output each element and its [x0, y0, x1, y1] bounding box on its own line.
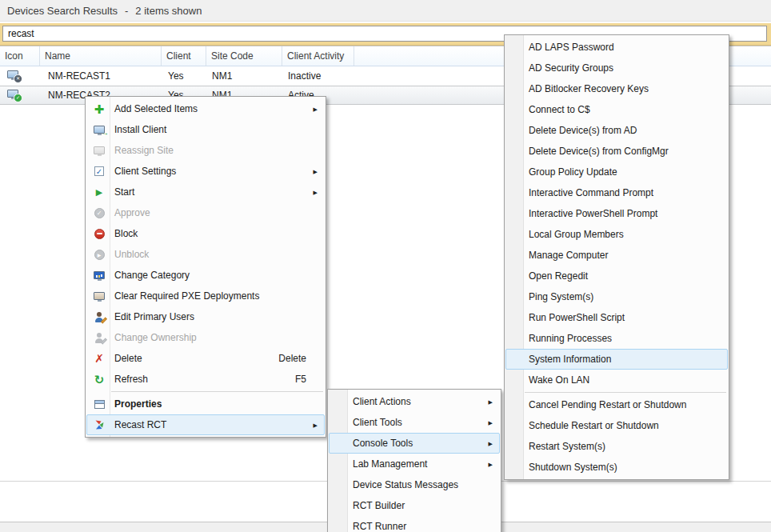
menu-item-refresh[interactable]: ↻RefreshF5: [86, 369, 325, 390]
menu-item-label: Refresh: [111, 374, 148, 385]
refresh-icon: ↻: [87, 374, 111, 386]
menu-item-label: Manage Computer: [525, 250, 608, 261]
column-header-site-code[interactable]: Site Code: [206, 46, 282, 66]
column-header-client-activity[interactable]: Client Activity: [282, 46, 354, 66]
menu-item-label: Delete: [111, 353, 142, 364]
menu-item-label: Open Regedit: [525, 270, 588, 282]
menu-item-label: Delete Device(s) from AD: [525, 125, 637, 136]
menu-item-label: Client Settings: [111, 166, 176, 177]
menu-item-ad-security-groups[interactable]: AD Security Groups: [505, 58, 728, 78]
submenu-arrow-icon: ▶: [314, 169, 318, 174]
menu-item-label: Interactive Command Prompt: [525, 187, 653, 198]
menu-item-label: Device Status Messages: [350, 479, 458, 490]
menu-item-client-settings[interactable]: ✓Client Settings▶: [86, 161, 325, 182]
menu-item-properties[interactable]: Properties: [86, 394, 325, 414]
menu-item-rct-builder[interactable]: RCT Builder: [329, 495, 500, 516]
menu-item-ad-bitlocker-recovery-keys[interactable]: AD Bitlocker Recovery Keys: [505, 78, 728, 99]
title-separator: -: [125, 5, 128, 17]
clear-pxe-icon: [87, 292, 111, 300]
menu-item-clear-required-pxe-deployments[interactable]: Clear Required PXE Deployments: [86, 286, 325, 306]
menu-item-edit-primary-users[interactable]: Edit Primary Users: [86, 306, 325, 327]
menu-item-connect-to-c[interactable]: Connect to C$: [505, 99, 728, 120]
menu-item-label: Client Tools: [350, 417, 402, 428]
device-name: NM-RECAST1: [40, 70, 162, 82]
column-header-client[interactable]: Client: [162, 46, 206, 66]
menu-item-interactive-command-prompt[interactable]: Interactive Command Prompt: [505, 182, 728, 203]
menu-item-label: Shutdown System(s): [525, 462, 617, 473]
device-site-code: NM1: [206, 70, 282, 82]
menu-item-schedule-restart-or-shutdown[interactable]: Schedule Restart or Shutdown: [505, 415, 728, 436]
submenu-arrow-icon: ▶: [314, 422, 318, 428]
approve-icon: ✓: [87, 208, 111, 218]
menu-item-label: RCT Builder: [350, 500, 405, 511]
menu-item-label: Install Client: [111, 124, 166, 135]
menu-item-lab-management[interactable]: Lab Management▶: [329, 454, 500, 474]
menu-item-label: Running Processes: [525, 333, 612, 344]
menu-item-label: Clear Required PXE Deployments: [111, 290, 259, 302]
recast-rct-submenu: Client Actions▶Client Tools▶Console Tool…: [327, 389, 501, 532]
menu-item-label: Ping System(s): [525, 291, 593, 302]
delete-icon: ✗: [87, 353, 111, 364]
menu-item-reassign-site[interactable]: Reassign Site: [86, 140, 325, 161]
reassign-site-icon: [87, 146, 111, 154]
block-icon: [87, 229, 111, 239]
menu-item-rct-runner[interactable]: RCT Runner: [329, 516, 500, 532]
submenu-arrow-icon: ▶: [489, 399, 493, 405]
menu-item-delete-device-s-from-configmgr[interactable]: Delete Device(s) from ConfigMgr: [505, 141, 728, 162]
add-plus-icon: ✚: [87, 103, 111, 115]
menu-item-approve[interactable]: ✓Approve: [86, 202, 325, 223]
column-header-icon[interactable]: Icon: [0, 46, 40, 66]
menu-item-change-category[interactable]: Change Category: [86, 265, 325, 286]
menu-item-restart-system-s[interactable]: Restart System(s): [505, 436, 728, 457]
menu-item-client-actions[interactable]: Client Actions▶: [329, 391, 500, 412]
change-ownership-icon: [87, 333, 111, 343]
menu-item-delete[interactable]: ✗DeleteDelete: [86, 348, 325, 369]
menu-item-run-powershell-script[interactable]: Run PowerShell Script: [505, 307, 728, 328]
menu-item-block[interactable]: Block: [86, 223, 325, 244]
device-active-icon: ✓: [7, 90, 21, 101]
menu-item-client-tools[interactable]: Client Tools▶: [329, 412, 500, 433]
unblock-icon: ▶: [87, 250, 111, 260]
menu-item-interactive-powershell-prompt[interactable]: Interactive PowerShell Prompt: [505, 203, 728, 224]
menu-item-group-policy-update[interactable]: Group Policy Update: [505, 162, 728, 182]
menu-item-shutdown-system-s[interactable]: Shutdown System(s): [505, 457, 728, 478]
menu-item-label: AD Security Groups: [525, 62, 613, 74]
menu-item-label: Group Policy Update: [525, 166, 617, 178]
column-header-name[interactable]: Name: [40, 46, 162, 66]
menu-item-wake-on-lan[interactable]: Wake On LAN: [505, 370, 728, 390]
menu-item-start[interactable]: ▶Start▶: [86, 182, 325, 202]
menu-item-label: Properties: [111, 398, 162, 410]
menu-item-label: Block: [111, 228, 138, 239]
device-client-activity: Inactive: [282, 70, 354, 82]
menu-item-open-regedit[interactable]: Open Regedit: [505, 266, 728, 286]
menu-item-cancel-pending-restart-or-shutdown[interactable]: Cancel Pending Restart or Shutdown: [505, 394, 728, 415]
menu-item-system-information[interactable]: System Information: [505, 349, 728, 370]
pane-header: Devices Search Results - 2 items shown: [0, 0, 771, 22]
menu-item-label: Connect to C$: [525, 104, 590, 115]
submenu-arrow-icon: ▶: [489, 441, 493, 446]
menu-item-recast-rct[interactable]: Recast RCT▶: [86, 414, 325, 435]
menu-item-delete-device-s-from-ad[interactable]: Delete Device(s) from AD: [505, 120, 728, 141]
menu-item-unblock[interactable]: ▶Unblock: [86, 244, 325, 265]
menu-item-ping-system-s[interactable]: Ping System(s): [505, 286, 728, 307]
menu-item-running-processes[interactable]: Running Processes: [505, 328, 728, 349]
menu-item-ad-laps-password[interactable]: AD LAPS Password: [505, 37, 728, 58]
menu-item-label: Recast RCT: [111, 419, 166, 430]
menu-item-change-ownership[interactable]: Change Ownership: [86, 327, 325, 348]
menu-item-add-selected-items[interactable]: ✚Add Selected Items▶: [86, 98, 325, 119]
menu-item-label: Approve: [111, 207, 150, 218]
menu-item-label: AD Bitlocker Recovery Keys: [525, 83, 649, 94]
menu-item-device-status-messages[interactable]: Device Status Messages: [329, 474, 500, 495]
menu-item-install-client[interactable]: →Install Client: [86, 119, 325, 140]
device-client: Yes: [162, 70, 206, 82]
menu-item-label: Lab Management: [350, 458, 427, 470]
change-category-icon: [87, 271, 111, 279]
menu-item-label: Change Category: [111, 270, 190, 281]
menu-item-label: Console Tools: [350, 438, 413, 449]
menu-item-label: Schedule Restart or Shutdown: [525, 420, 659, 431]
menu-item-manage-computer[interactable]: Manage Computer: [505, 245, 728, 266]
start-icon: ▶: [87, 188, 111, 197]
submenu-arrow-icon: ▶: [489, 462, 493, 467]
menu-item-console-tools[interactable]: Console Tools▶: [329, 433, 500, 454]
menu-item-local-group-members[interactable]: Local Group Members: [505, 224, 728, 245]
